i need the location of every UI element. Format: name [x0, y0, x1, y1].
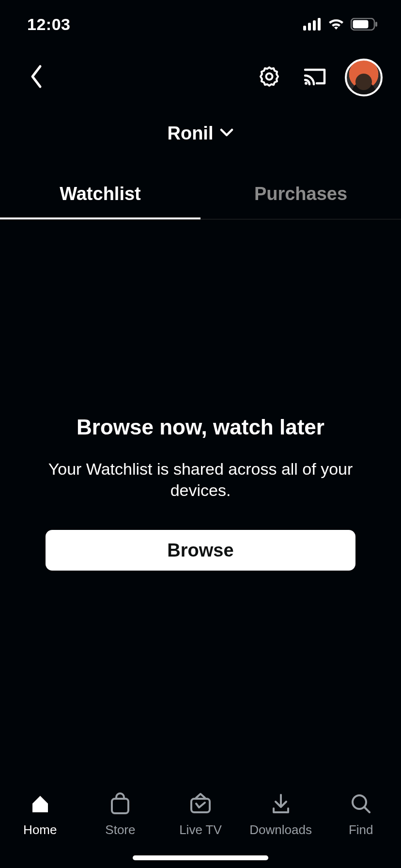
- battery-icon: [351, 18, 378, 31]
- nav-livetv[interactable]: Live TV: [164, 791, 237, 837]
- svg-rect-9: [112, 799, 128, 813]
- home-indicator[interactable]: [133, 855, 268, 860]
- status-time: 12:03: [27, 15, 70, 34]
- nav-label: Live TV: [179, 822, 222, 837]
- tab-purchases[interactable]: Purchases: [200, 171, 401, 219]
- nav-label: Downloads: [249, 822, 312, 837]
- svg-rect-2: [313, 20, 316, 31]
- profile-selector[interactable]: Ronil: [0, 123, 401, 144]
- nav-find[interactable]: Find: [324, 791, 397, 837]
- gear-icon: [258, 65, 280, 90]
- back-button[interactable]: [18, 59, 55, 96]
- browse-button[interactable]: Browse: [46, 530, 355, 571]
- cast-icon: [303, 67, 326, 88]
- wifi-icon: [327, 18, 345, 31]
- nav-downloads[interactable]: Downloads: [245, 791, 317, 837]
- tab-label: Watchlist: [60, 184, 141, 204]
- tab-label: Purchases: [254, 184, 347, 204]
- empty-title: Browse now, watch later: [77, 415, 324, 439]
- svg-rect-3: [318, 18, 321, 31]
- search-icon: [349, 792, 372, 819]
- svg-line-13: [365, 807, 370, 812]
- status-icons: [303, 18, 378, 31]
- download-icon: [270, 792, 292, 819]
- profile-avatar[interactable]: [345, 59, 383, 96]
- cellular-icon: [303, 18, 322, 31]
- chevron-down-icon: [220, 128, 233, 139]
- nav-label: Store: [105, 822, 135, 837]
- nav-store[interactable]: Store: [84, 791, 156, 837]
- tab-watchlist[interactable]: Watchlist: [0, 171, 200, 219]
- profile-name: Ronil: [168, 123, 214, 144]
- cast-button[interactable]: [296, 59, 333, 96]
- chevron-left-icon: [30, 64, 44, 91]
- empty-state: Browse now, watch later Your Watchlist i…: [0, 229, 401, 757]
- empty-subtitle: Your Watchlist is shared across all of y…: [20, 459, 381, 501]
- svg-rect-5: [353, 20, 369, 29]
- tv-icon: [188, 792, 213, 819]
- settings-button[interactable]: [251, 59, 288, 96]
- tabs: Watchlist Purchases: [0, 171, 401, 219]
- screen: 12:03: [0, 0, 401, 868]
- nav-home[interactable]: Home: [4, 791, 77, 837]
- svg-rect-6: [375, 22, 377, 27]
- home-icon: [29, 792, 52, 819]
- svg-point-8: [305, 82, 308, 85]
- svg-rect-1: [308, 23, 311, 31]
- top-nav: [0, 48, 401, 107]
- browse-button-label: Browse: [167, 540, 233, 560]
- bag-icon: [109, 792, 131, 819]
- svg-point-7: [266, 74, 273, 80]
- status-bar: 12:03: [0, 0, 401, 48]
- nav-label: Home: [23, 822, 57, 837]
- nav-label: Find: [349, 822, 373, 837]
- svg-rect-0: [303, 26, 306, 31]
